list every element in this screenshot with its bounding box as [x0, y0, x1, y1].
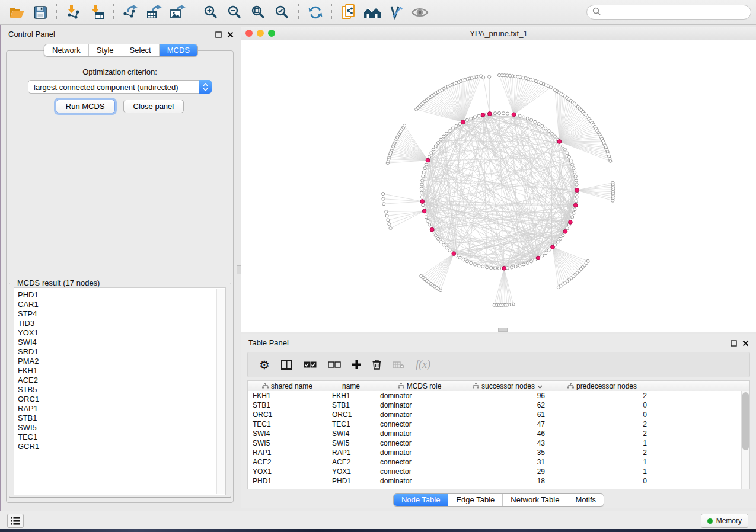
- zoom-fit-icon[interactable]: [247, 2, 270, 23]
- mcds-result-item[interactable]: TID3: [18, 319, 225, 328]
- tab-edge-table[interactable]: Edge Table: [448, 494, 503, 506]
- close-icon[interactable]: [227, 30, 234, 40]
- table-row[interactable]: ACE2ACE2connector311: [248, 457, 749, 467]
- mcds-result-item[interactable]: FKH1: [18, 366, 225, 376]
- open-file-icon[interactable]: [5, 2, 28, 23]
- save-session-icon[interactable]: [28, 2, 52, 23]
- tab-node-table[interactable]: Node Table: [394, 494, 449, 506]
- table-row[interactable]: FKH1FKH1dominator962: [248, 391, 749, 400]
- tab-network[interactable]: Network: [44, 44, 89, 56]
- table-cell: dominator: [375, 392, 464, 400]
- import-table-icon[interactable]: [85, 2, 109, 23]
- table-cell: 29: [464, 467, 551, 476]
- table-cell: YOX1: [327, 467, 375, 476]
- network-titlebar[interactable]: YPA_prune.txt_1: [241, 27, 756, 40]
- table-cell: SWI4: [248, 430, 327, 438]
- column-header-MCDS-role[interactable]: MCDS role: [375, 381, 464, 391]
- share-document-icon[interactable]: [337, 2, 361, 23]
- table-scrollbar[interactable]: [741, 391, 749, 489]
- table-row[interactable]: SWI5SWI5connector431: [248, 438, 749, 448]
- export-network-icon[interactable]: [119, 2, 142, 23]
- mcds-result-item[interactable]: SRD1: [18, 347, 225, 357]
- table-cell: 2: [551, 430, 653, 438]
- column-header-shared-name[interactable]: shared name: [248, 381, 327, 391]
- control-panel-title: Control Panel: [8, 30, 55, 39]
- mcds-result-item[interactable]: PHD1: [18, 290, 225, 300]
- column-header-successor-nodes[interactable]: successor nodes: [464, 381, 551, 391]
- zoom-in-icon[interactable]: [199, 2, 223, 23]
- tab-select[interactable]: Select: [122, 44, 160, 56]
- table-cell: 1: [551, 439, 653, 447]
- optimization-dropdown[interactable]: largest connected component (undirected): [28, 80, 212, 94]
- tab-motifs[interactable]: Motifs: [567, 494, 604, 506]
- table-cell: 61: [464, 411, 551, 419]
- network-canvas[interactable]: [241, 40, 756, 332]
- table-row[interactable]: SWI4SWI4dominator462: [248, 429, 749, 438]
- mcds-result-item[interactable]: TEC1: [18, 432, 225, 442]
- list-scrollbar[interactable]: [216, 289, 225, 494]
- memory-button[interactable]: Memory: [701, 514, 748, 528]
- export-image-icon[interactable]: [166, 2, 190, 23]
- table-cell: 46: [464, 430, 551, 438]
- gear-icon[interactable]: ⚙: [259, 359, 270, 371]
- control-panel: Control Panel Optimization criterion: la…: [1, 25, 241, 511]
- mcds-result-item[interactable]: GCR1: [18, 442, 225, 451]
- table-cell: 1: [551, 458, 653, 466]
- birds-eye-icon[interactable]: [408, 2, 432, 23]
- mcds-result-item[interactable]: YOX1: [18, 328, 225, 338]
- table-panel: Table Panel ⚙ f(x): [241, 334, 756, 508]
- columns-icon[interactable]: [281, 360, 292, 370]
- mcds-result-item[interactable]: STB1: [18, 414, 225, 423]
- close-icon[interactable]: [742, 338, 749, 349]
- float-icon[interactable]: [731, 338, 737, 349]
- memory-label: Memory: [716, 517, 742, 525]
- mcds-result-item[interactable]: SWI4: [18, 338, 225, 347]
- shared-column-icon: [473, 382, 479, 390]
- network-overview-icon[interactable]: [361, 2, 384, 23]
- hub-node: [420, 200, 425, 204]
- table-cell: ORC1: [327, 411, 375, 419]
- toolbar-separator: [331, 4, 333, 21]
- mcds-result-item[interactable]: CAR1: [18, 300, 225, 309]
- run-mcds-button[interactable]: Run MCDS: [56, 100, 115, 113]
- tab-style[interactable]: Style: [89, 44, 122, 56]
- import-network-icon[interactable]: [62, 2, 85, 23]
- scrollbar-thumb[interactable]: [742, 392, 749, 450]
- mcds-result-item[interactable]: ORC1: [18, 395, 225, 404]
- add-icon[interactable]: [352, 360, 361, 369]
- mcds-result-item[interactable]: SWI5: [18, 423, 225, 432]
- float-icon[interactable]: [215, 30, 222, 40]
- column-header-name[interactable]: name: [327, 381, 375, 391]
- zoom-out-icon[interactable]: [223, 2, 247, 23]
- table-row[interactable]: YOX1YOX1connector291: [248, 467, 749, 476]
- hide-annotations-icon[interactable]: [384, 2, 408, 23]
- mcds-result-item[interactable]: STB5: [18, 385, 225, 395]
- export-table-icon[interactable]: [142, 2, 166, 23]
- mcds-result-item[interactable]: PMA2: [18, 357, 225, 366]
- table-row[interactable]: ORC1ORC1dominator610: [248, 410, 749, 419]
- mcds-result-item[interactable]: STP4: [18, 309, 225, 319]
- column-header-predecessor-nodes[interactable]: predecessor nodes: [551, 381, 653, 391]
- table-row[interactable]: TEC1TEC1connector472: [248, 419, 749, 429]
- hub-node: [452, 252, 456, 256]
- refresh-view-icon[interactable]: [304, 2, 327, 23]
- network-edges: [423, 114, 576, 267]
- tab-network-table[interactable]: Network Table: [503, 494, 567, 506]
- search-input[interactable]: [604, 8, 745, 17]
- table-row[interactable]: PHD1PHD1dominator180: [248, 476, 749, 486]
- splitter-nub[interactable]: [498, 328, 508, 332]
- search-field[interactable]: [586, 5, 751, 20]
- table-cell: FKH1: [248, 392, 327, 400]
- select-all-icon[interactable]: [304, 361, 317, 368]
- mcds-result-item[interactable]: ACE2: [18, 376, 225, 385]
- tab-mcds[interactable]: MCDS: [160, 44, 197, 56]
- table-row[interactable]: RAP1RAP1dominator352: [248, 448, 749, 457]
- mcds-result-item[interactable]: RAP1: [18, 404, 225, 414]
- list-icon[interactable]: [7, 514, 24, 528]
- zoom-selected-icon[interactable]: [270, 2, 294, 23]
- delete-icon[interactable]: [372, 360, 381, 370]
- close-panel-button[interactable]: Close panel: [123, 100, 184, 113]
- table-row[interactable]: STB1STB1dominator620: [248, 400, 749, 410]
- mcds-result-list[interactable]: PHD1CAR1STP4TID3YOX1SWI4SRD1PMA2FKH1ACE2…: [14, 287, 226, 495]
- deselect-all-icon[interactable]: [328, 361, 341, 368]
